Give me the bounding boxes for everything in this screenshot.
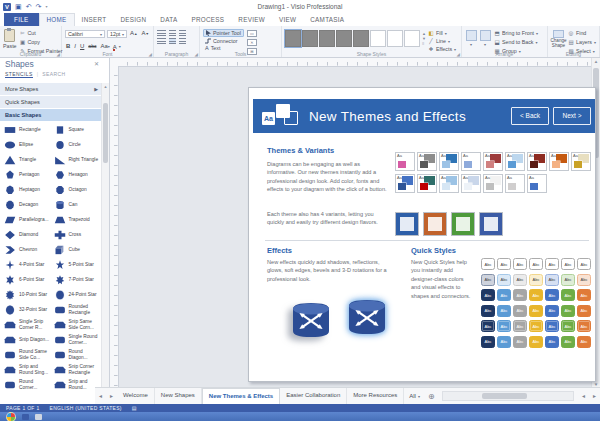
shape-single-snip-corner-r[interactable]: Single Snip Corner R... [2, 317, 52, 332]
change-case-button[interactable]: Aa▾ [99, 42, 110, 51]
shape-octagon[interactable]: Octagon [52, 182, 102, 197]
back-button[interactable]: < Back [511, 107, 549, 125]
quick-style-swatch[interactable]: Abc [497, 336, 511, 348]
close-panel-icon[interactable]: ✕ [94, 60, 99, 67]
quick-style-swatch[interactable]: Abc [529, 320, 543, 332]
align-button[interactable]: ▾ [465, 28, 477, 48]
page-tab-new-themes-effects[interactable]: New Themes & Effects [202, 388, 280, 404]
quick-style-swatch[interactable]: Abc [577, 258, 591, 270]
font-color-button[interactable]: A [113, 43, 117, 51]
shape-style-swatch[interactable] [387, 30, 403, 47]
shape-32-point-star[interactable]: 32-Point Star [2, 302, 52, 317]
shape-rectangle[interactable]: Rectangle [2, 122, 52, 137]
quick-style-swatch[interactable]: Abc [497, 258, 511, 270]
language-indicator[interactable]: ENGLISH (UNITED STATES) [50, 405, 122, 411]
shape-style-swatch[interactable] [302, 30, 318, 47]
stencil-more-shapes[interactable]: More Shapes▶ [0, 83, 102, 96]
quick-style-swatch[interactable]: Abc [497, 320, 511, 332]
quick-style-swatch[interactable]: Abc [513, 258, 527, 270]
quick-style-swatch[interactable]: Abc [513, 320, 527, 332]
quick-style-swatch[interactable]: Abc [481, 289, 495, 301]
quick-style-swatch[interactable]: Abc [529, 336, 543, 348]
shape-snip-same-side-corn[interactable]: Snip Same Side Corn... [52, 317, 102, 332]
ribbon-tab-data[interactable]: DATA [153, 13, 184, 26]
bold-button[interactable]: B [65, 42, 71, 51]
page-indicator[interactable]: PAGE 1 OF 1 [6, 405, 40, 411]
shape-cube[interactable]: Cube [52, 242, 102, 257]
quick-style-swatch[interactable]: Abc [561, 274, 575, 286]
shape-styles-dialog-launcher[interactable]: ◢ [457, 52, 460, 57]
theme-thumbnail[interactable]: Aa [461, 152, 481, 171]
router-shape[interactable] [289, 300, 333, 344]
theme-thumbnail[interactable]: Aa [505, 152, 525, 171]
shape-4-point-star[interactable]: 4-Point Star [2, 257, 52, 272]
quick-style-swatch[interactable]: Abc [577, 274, 591, 286]
horizontal-scrollbar[interactable] [442, 391, 574, 401]
scroll-up-icon[interactable]: ▲ [592, 59, 600, 64]
page-tab-welcome[interactable]: Welcome [117, 388, 155, 404]
font-dialog-launcher[interactable]: ◢ [149, 52, 152, 57]
theme-thumbnail[interactable]: Aa [527, 174, 547, 193]
quick-style-swatch[interactable]: Abc [545, 274, 559, 286]
router-shape-glow-effect[interactable] [345, 297, 389, 341]
quick-style-swatch[interactable]: Abc [561, 289, 575, 301]
quick-style-swatch[interactable]: Abc [513, 289, 527, 301]
shape-7-point-star[interactable]: 7-Point Star [52, 272, 102, 287]
shape-triangle[interactable]: Triangle [2, 152, 52, 167]
theme-thumbnail[interactable]: Aa [395, 174, 415, 193]
proofing-status-icon[interactable]: ▤ [132, 405, 137, 411]
shape-chevron[interactable]: Chevron [2, 242, 52, 257]
theme-thumbnail[interactable]: Aa [483, 174, 503, 193]
paragraph-dialog-launcher[interactable]: ◢ [195, 52, 198, 57]
align-center-icon[interactable] [169, 38, 176, 44]
drawing-page[interactable]: Aa New Themes and Effects < Back Next > … [248, 87, 596, 382]
change-shape-button[interactable]: Change Shape [551, 28, 566, 49]
ribbon-tab-view[interactable]: VIEW [272, 13, 303, 26]
fill-button[interactable]: ◧Fill▾ [428, 30, 456, 37]
quick-style-swatch[interactable]: Abc [513, 336, 527, 348]
taskbar-app-icon[interactable] [22, 414, 29, 420]
ribbon-tab-review[interactable]: REVIEW [231, 13, 272, 26]
clipboard-dialog-launcher[interactable]: ◢ [57, 52, 60, 57]
line-button[interactable]: ╱Line▾ [428, 38, 456, 45]
shapes-panel-scrollbar[interactable]: ▲ ▼ [101, 83, 109, 404]
quick-style-swatch[interactable]: Abc [577, 320, 591, 332]
quick-style-swatch[interactable]: Abc [497, 274, 511, 286]
quick-style-swatch[interactable]: Abc [481, 320, 495, 332]
find-button[interactable]: ◎Find [568, 30, 596, 37]
shape-parallelogra[interactable]: Parallelogra... [2, 212, 52, 227]
shape-style-swatch[interactable] [319, 30, 335, 47]
shape-single-round-corner[interactable]: Single Round Corner... [52, 332, 102, 347]
quick-style-swatch[interactable]: Abc [513, 274, 527, 286]
quick-style-swatch[interactable]: Abc [481, 336, 495, 348]
grow-font-button[interactable]: A▲ [129, 29, 138, 39]
shape-style-swatch[interactable] [285, 30, 301, 47]
theme-thumbnail[interactable]: Aa [505, 174, 525, 193]
shape-style-swatch[interactable] [370, 30, 386, 47]
scrollbar-thumb[interactable] [103, 103, 108, 163]
shape-snip-corner-rectangle[interactable]: Snip Corner Rectangle [52, 362, 102, 377]
quick-style-swatch[interactable]: Abc [561, 320, 575, 332]
layers-button[interactable]: ▤Layers▾ [568, 39, 596, 46]
quick-style-swatch[interactable]: Abc [561, 258, 575, 270]
quick-style-swatch[interactable]: Abc [545, 289, 559, 301]
quick-style-swatch[interactable]: Abc [529, 258, 543, 270]
shape-diamond[interactable]: Diamond [2, 227, 52, 242]
page-tab-more-resources[interactable]: More Resources [347, 388, 404, 404]
shape-cross[interactable]: Cross [52, 227, 102, 242]
underline-button[interactable]: U [79, 42, 85, 51]
shape-style-swatch[interactable] [336, 30, 352, 47]
page-nav-left-icon[interactable]: ◄ [95, 393, 106, 399]
theme-variant-thumbnail[interactable] [479, 212, 503, 236]
theme-variant-thumbnail[interactable] [395, 212, 419, 236]
ribbon-tab-file[interactable]: FILE [4, 13, 39, 26]
shape-decagon[interactable]: Decagon [2, 197, 52, 212]
taskbar-app-icon[interactable] [35, 414, 42, 420]
shape-round-diagon[interactable]: Round Diagon... [52, 347, 102, 362]
bring-to-front-button[interactable]: ⬒Bring to Front▾ [494, 30, 538, 37]
ribbon-tab-camtasia[interactable]: CAMTASIA [303, 13, 351, 26]
shape-right-triangle[interactable]: Right Triangle [52, 152, 102, 167]
strikethrough-button[interactable]: abc [87, 42, 97, 51]
shape-rounded-rectangle[interactable]: Rounded Rectangle [52, 302, 102, 317]
stencil-quick-shapes[interactable]: Quick Shapes [0, 96, 102, 109]
